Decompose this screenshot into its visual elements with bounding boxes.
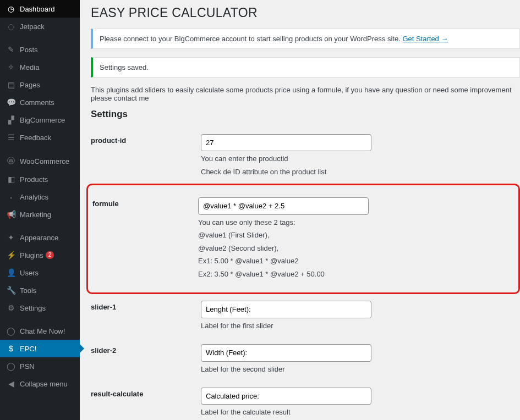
sidebar-item-products[interactable]: ◧Products bbox=[0, 170, 80, 188]
help-formule-3: @value2 (Second slider), bbox=[198, 243, 514, 254]
analytics-icon: ⬪ bbox=[6, 192, 17, 201]
sidebar-item-label: Posts bbox=[20, 46, 38, 54]
sidebar-item-label: PSN bbox=[20, 362, 35, 371]
comments-icon: 💬 bbox=[6, 98, 17, 107]
sidebar-item-label: Collapse menu bbox=[20, 380, 68, 388]
woocommerce-icon: ⓦ bbox=[6, 156, 17, 166]
jetpack-icon: ◌ bbox=[6, 22, 17, 31]
page-title: EASY PRICE CALCULATOR bbox=[91, 0, 520, 26]
plugin-description: This plugins add sliders to easily calcu… bbox=[91, 86, 520, 102]
sidebar-item-label: Feedback bbox=[20, 134, 51, 142]
sidebar-item-tools[interactable]: 🔧Tools bbox=[0, 281, 80, 299]
help-slider-1: Label for the first slider bbox=[201, 320, 520, 331]
sidebar-item-label: Marketing bbox=[20, 211, 51, 219]
sidebar-item-label: BigCommerce bbox=[20, 116, 65, 124]
products-icon: ◧ bbox=[6, 175, 17, 184]
sidebar-item-appearance[interactable]: ✦Appearance bbox=[0, 229, 80, 246]
collapse-menu-icon: ◀ bbox=[6, 379, 17, 388]
settings-heading: Settings bbox=[91, 109, 520, 120]
appearance-icon: ✦ bbox=[6, 233, 17, 242]
media-icon: ✧ bbox=[6, 63, 17, 71]
sidebar-item-pages[interactable]: ▤Pages bbox=[0, 76, 80, 93]
main-content: EASY PRICE CALCULATOR Please connect to … bbox=[80, 0, 520, 420]
sidebar-item-label: Settings bbox=[20, 304, 46, 312]
help-result: Label for the calculate result bbox=[201, 407, 520, 418]
help-product-id-2: Check de ID attribute on the product lis… bbox=[201, 167, 520, 178]
sidebar-item-label: Products bbox=[20, 175, 48, 184]
help-slider-2: Label for the second slider bbox=[201, 364, 520, 375]
input-product-id[interactable] bbox=[201, 134, 371, 151]
get-started-link[interactable]: Get Started → bbox=[402, 35, 448, 43]
sidebar-item-dashboard[interactable]: ◷Dashboard bbox=[0, 0, 80, 18]
pages-icon: ▤ bbox=[6, 80, 17, 89]
label-result: result-calculate bbox=[91, 388, 201, 398]
settings-icon: ⚙ bbox=[6, 303, 17, 312]
marketing-icon: 📢 bbox=[6, 210, 17, 219]
admin-sidebar: ◷Dashboard◌Jetpack✎Posts✧Media▤Pages💬Com… bbox=[0, 0, 80, 420]
sidebar-item-chat-me-now-[interactable]: ◯Chat Me Now! bbox=[0, 322, 80, 340]
label-slider-2: slider-2 bbox=[91, 344, 201, 355]
sidebar-item-posts[interactable]: ✎Posts bbox=[0, 41, 80, 58]
update-badge: 2 bbox=[46, 251, 54, 259]
sidebar-item-jetpack[interactable]: ◌Jetpack bbox=[0, 18, 80, 35]
sidebar-item-settings[interactable]: ⚙Settings bbox=[0, 299, 80, 317]
sidebar-item-label: Jetpack bbox=[20, 23, 45, 31]
sidebar-item-label: Tools bbox=[20, 286, 36, 295]
posts-icon: ✎ bbox=[6, 45, 17, 54]
row-slider-1: slider-1 Label for the first slider bbox=[91, 294, 520, 338]
sidebar-item-users[interactable]: 👤Users bbox=[0, 264, 80, 281]
sidebar-item-marketing[interactable]: 📢Marketing bbox=[0, 206, 80, 223]
notice-text: Please connect to your BigCommerce accou… bbox=[100, 35, 401, 43]
sidebar-item-label: Media bbox=[20, 63, 39, 71]
input-slider-2[interactable] bbox=[201, 344, 371, 361]
help-formule-1: You can use only these 2 tags: bbox=[198, 217, 514, 228]
sidebar-item-comments[interactable]: 💬Comments bbox=[0, 93, 80, 111]
tools-icon: 🔧 bbox=[6, 286, 17, 295]
sidebar-item-collapse-menu[interactable]: ◀Collapse menu bbox=[0, 375, 80, 393]
chat-me-now--icon: ◯ bbox=[6, 327, 17, 335]
feedback-icon: ☰ bbox=[6, 133, 17, 142]
notice-saved-text: Settings saved. bbox=[100, 63, 149, 71]
row-product-id: product-id You can enter the productid C… bbox=[91, 128, 520, 184]
sidebar-item-plugins[interactable]: ⚡Plugins2 bbox=[0, 246, 80, 264]
bigcommerce-icon: ▞ bbox=[6, 115, 17, 124]
sidebar-item-epc-[interactable]: $EPC! bbox=[0, 340, 80, 357]
input-formule[interactable] bbox=[198, 197, 369, 214]
sidebar-item-feedback[interactable]: ☰Feedback bbox=[0, 129, 80, 146]
sidebar-item-woocommerce[interactable]: ⓦWooCommerce bbox=[0, 152, 80, 170]
formule-highlight-box: formule You can use only these 2 tags: @… bbox=[86, 184, 520, 294]
plugins-icon: ⚡ bbox=[6, 251, 17, 259]
sidebar-item-label: Analytics bbox=[20, 193, 48, 201]
help-product-id-1: You can enter the productid bbox=[201, 153, 520, 164]
users-icon: 👤 bbox=[6, 268, 17, 277]
row-formule: formule You can use only these 2 tags: @… bbox=[88, 191, 514, 286]
input-slider-1[interactable] bbox=[201, 301, 371, 318]
sidebar-item-bigcommerce[interactable]: ▞BigCommerce bbox=[0, 111, 80, 129]
sidebar-item-analytics[interactable]: ⬪Analytics bbox=[0, 188, 80, 206]
epc--icon: $ bbox=[6, 344, 17, 353]
sidebar-item-label: EPC! bbox=[20, 345, 36, 353]
sidebar-item-label: Users bbox=[20, 269, 39, 277]
row-result-calculate: result-calculate Label for the calculate… bbox=[91, 381, 520, 420]
help-formule-5: Ex2: 3.50 * @value1 * @value2 + 50.00 bbox=[198, 269, 514, 280]
help-formule-2: @value1 (First Slider), bbox=[198, 230, 514, 241]
sidebar-item-label: Comments bbox=[20, 98, 54, 107]
sidebar-item-label: Pages bbox=[20, 81, 40, 89]
input-result[interactable] bbox=[201, 388, 371, 405]
settings-saved-notice: Settings saved. bbox=[91, 57, 520, 78]
label-product-id: product-id bbox=[91, 134, 201, 145]
row-slider-2: slider-2 Label for the second slider bbox=[91, 338, 520, 381]
label-slider-1: slider-1 bbox=[91, 301, 201, 311]
sidebar-item-label: Dashboard bbox=[20, 5, 55, 13]
active-arrow-icon bbox=[80, 344, 84, 353]
sidebar-item-label: Chat Me Now! bbox=[20, 327, 65, 335]
label-formule: formule bbox=[88, 197, 198, 208]
sidebar-item-psn[interactable]: ◯PSN bbox=[0, 357, 80, 375]
sidebar-item-label: Appearance bbox=[20, 234, 58, 242]
sidebar-item-label: WooCommerce bbox=[20, 157, 69, 165]
sidebar-item-label: Plugins bbox=[20, 251, 43, 259]
dashboard-icon: ◷ bbox=[6, 4, 17, 13]
sidebar-item-media[interactable]: ✧Media bbox=[0, 58, 80, 76]
psn-icon: ◯ bbox=[6, 362, 17, 371]
help-formule-4: Ex1: 5.00 * @value1 * @value2 bbox=[198, 256, 514, 267]
